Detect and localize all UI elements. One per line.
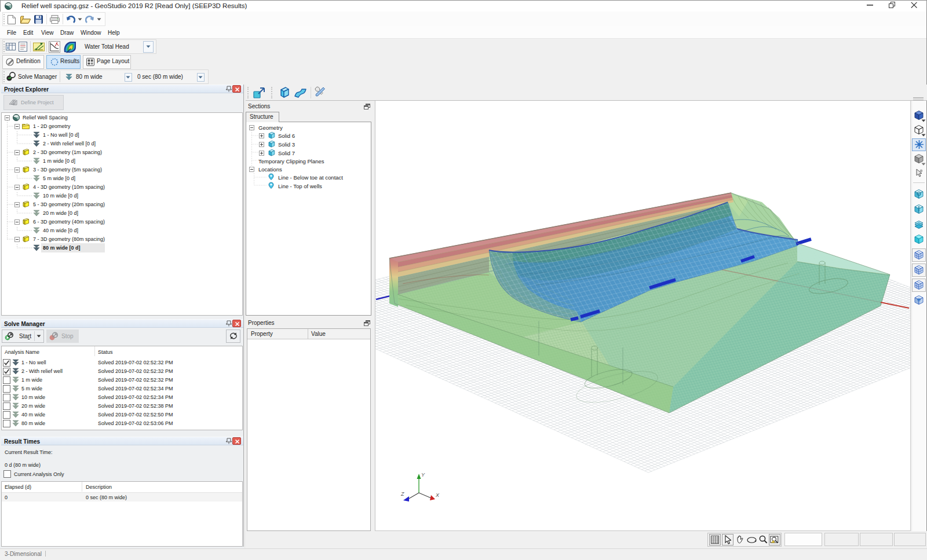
svg-text:Z: Z bbox=[400, 491, 404, 497]
svg-text:X: X bbox=[435, 492, 440, 498]
svg-text:Y: Y bbox=[421, 472, 425, 478]
